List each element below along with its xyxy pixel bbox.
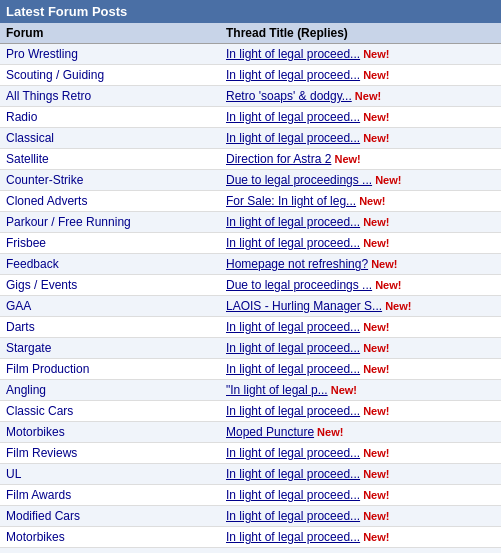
forum-link[interactable]: Stargate — [6, 341, 51, 355]
forum-cell: Motorbikes — [0, 422, 220, 443]
new-badge: New! — [360, 132, 389, 144]
forum-link[interactable]: Motorbikes — [6, 425, 65, 439]
thread-link[interactable]: In light of legal proceed... — [226, 488, 360, 502]
forum-cell: Motorbikes — [0, 527, 220, 548]
table-row: Film ProductionIn light of legal proceed… — [0, 359, 501, 380]
thread-link[interactable]: Homepage not refreshing? — [226, 257, 368, 271]
thread-link[interactable]: In light of legal proceed... — [226, 530, 360, 544]
new-badge: New! — [352, 90, 381, 102]
new-badge: New! — [331, 153, 360, 165]
new-badge: New! — [360, 363, 389, 375]
forum-link[interactable]: Parkour / Free Running — [6, 215, 131, 229]
thread-link[interactable]: In light of legal proceed... — [226, 110, 360, 124]
forum-link[interactable]: Radio — [6, 110, 37, 124]
forum-link[interactable]: Gigs / Events — [6, 278, 77, 292]
thread-link[interactable]: In light of legal proceed... — [226, 68, 360, 82]
thread-link[interactable]: In light of legal proceed... — [226, 404, 360, 418]
forum-link[interactable]: UL — [6, 467, 21, 481]
thread-link[interactable]: In light of legal proceed... — [226, 467, 360, 481]
thread-link[interactable]: In light of legal proceed... — [226, 320, 360, 334]
forum-link[interactable]: Classical — [6, 131, 54, 145]
forum-link[interactable]: Frisbee — [6, 236, 46, 250]
forum-link[interactable]: Cloned Adverts — [6, 194, 87, 208]
forum-cell: Counter-Strike — [0, 170, 220, 191]
table-row: Parkour / Free RunningIn light of legal … — [0, 212, 501, 233]
forum-link[interactable]: Classic Cars — [6, 404, 73, 418]
thread-cell: Moped Puncture New! — [220, 422, 501, 443]
forum-link[interactable]: GAA — [6, 299, 31, 313]
new-badge: New! — [360, 342, 389, 354]
thread-cell: "In light of legal p... New! — [220, 380, 501, 401]
forum-link[interactable]: Feedback — [6, 257, 59, 271]
table-row: Film ReviewsIn light of legal proceed...… — [0, 443, 501, 464]
thread-link[interactable]: Moped Puncture — [226, 425, 314, 439]
forum-link[interactable]: Motorbikes — [6, 530, 65, 544]
forum-cell: Frisbee — [0, 233, 220, 254]
table-row: FrisbeeIn light of legal proceed... New! — [0, 233, 501, 254]
forum-link[interactable]: Scouting / Guiding — [6, 68, 104, 82]
forum-link[interactable]: Angling — [6, 383, 46, 397]
forum-link[interactable]: Film Production — [6, 362, 89, 376]
forum-link[interactable]: Pro Wrestling — [6, 47, 78, 61]
thread-link[interactable]: In light of legal proceed... — [226, 446, 360, 460]
forum-cell: Classic Cars — [0, 401, 220, 422]
thread-cell: Direction for Astra 2 New! — [220, 149, 501, 170]
thread-link[interactable]: LAOIS - Hurling Manager S... — [226, 299, 382, 313]
thread-link[interactable]: In light of legal proceed... — [226, 341, 360, 355]
new-badge: New! — [360, 531, 389, 543]
table-row: FeedbackHomepage not refreshing? New! — [0, 254, 501, 275]
thread-link[interactable]: In light of legal proceed... — [226, 509, 360, 523]
table-row: MotorbikesIn light of legal proceed... N… — [0, 527, 501, 548]
thread-cell: In light of legal proceed... New! — [220, 485, 501, 506]
new-badge: New! — [360, 216, 389, 228]
forum-link[interactable]: Satellite — [6, 152, 49, 166]
forum-link[interactable]: Modified Cars — [6, 509, 80, 523]
thread-link[interactable]: Due to legal proceedings ... — [226, 173, 372, 187]
forum-cell: All Things Retro — [0, 86, 220, 107]
forum-cell: Gigs / Events — [0, 275, 220, 296]
thread-link[interactable]: Direction for Astra 2 — [226, 152, 331, 166]
forum-cell: Film Production — [0, 359, 220, 380]
thread-cell: In light of legal proceed... New! — [220, 338, 501, 359]
table-row: Cloned AdvertsFor Sale: In light of leg.… — [0, 191, 501, 212]
table-header-row: Forum Thread Title (Replies) — [0, 23, 501, 44]
forum-cell: North — [0, 548, 220, 554]
thread-link[interactable]: "In light of legal p... — [226, 383, 328, 397]
thread-link[interactable]: For Sale: In light of leg... — [226, 194, 356, 208]
forum-link[interactable]: Darts — [6, 320, 35, 334]
table-row: MotorbikesMoped Puncture New! — [0, 422, 501, 443]
thread-link[interactable]: Retro 'soaps' & dodgy... — [226, 89, 352, 103]
forum-cell: Stargate — [0, 338, 220, 359]
widget-header: Latest Forum Posts — [0, 0, 501, 23]
table-row: SatelliteDirection for Astra 2 New! — [0, 149, 501, 170]
thread-link[interactable]: In light of legal proceed... — [226, 215, 360, 229]
forum-link[interactable]: Film Reviews — [6, 446, 77, 460]
thread-link[interactable]: In light of legal proceed... — [226, 236, 360, 250]
thread-link[interactable]: In light of legal proceed... — [226, 362, 360, 376]
thread-link[interactable]: In light of legal proceed... — [226, 131, 360, 145]
table-row: Classic CarsIn light of legal proceed...… — [0, 401, 501, 422]
new-badge: New! — [360, 489, 389, 501]
table-row: StargateIn light of legal proceed... New… — [0, 338, 501, 359]
table-row: GAALAOIS - Hurling Manager S... New! — [0, 296, 501, 317]
forum-link[interactable]: Film Awards — [6, 488, 71, 502]
column-thread: Thread Title (Replies) — [220, 23, 501, 44]
new-badge: New! — [360, 405, 389, 417]
thread-cell: In light of legal proceed... New! — [220, 128, 501, 149]
thread-link[interactable]: In light of legal proceed... — [226, 47, 360, 61]
table-row: Counter-StrikeDue to legal proceedings .… — [0, 170, 501, 191]
forum-cell: Film Reviews — [0, 443, 220, 464]
widget-title: Latest Forum Posts — [6, 4, 127, 19]
forum-cell: Modified Cars — [0, 506, 220, 527]
column-forum: Forum — [0, 23, 220, 44]
new-badge: New! — [360, 468, 389, 480]
new-badge: New! — [360, 111, 389, 123]
forum-link[interactable]: All Things Retro — [6, 89, 91, 103]
new-badge: New! — [360, 69, 389, 81]
new-badge: New! — [382, 300, 411, 312]
thread-cell: In light of legal proceed... New! — [220, 65, 501, 86]
new-badge: New! — [372, 174, 401, 186]
thread-link[interactable]: Due to legal proceedings ... — [226, 278, 372, 292]
table-row: ClassicalIn light of legal proceed... Ne… — [0, 128, 501, 149]
forum-link[interactable]: Counter-Strike — [6, 173, 83, 187]
